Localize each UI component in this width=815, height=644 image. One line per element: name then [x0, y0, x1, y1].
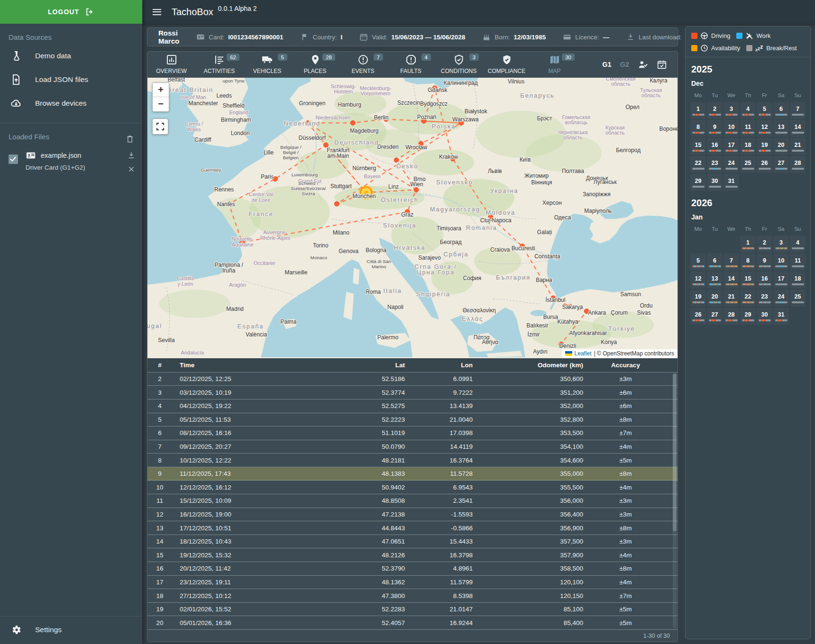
calendar-day[interactable]: 27	[707, 308, 723, 325]
route-point[interactable]	[350, 120, 355, 125]
tab-vehicles[interactable]: 5VEHICLES	[243, 52, 291, 77]
tab-faults[interactable]: 4FAULTS	[387, 52, 435, 77]
calendar-day[interactable]: 21	[790, 138, 806, 155]
calendar-day[interactable]: 13	[707, 272, 723, 289]
tab-places[interactable]: 28PLACES	[291, 52, 339, 77]
calendar-day[interactable]: 1	[690, 102, 706, 119]
remove-file-icon[interactable]	[127, 165, 136, 173]
g2-toggle[interactable]: G2	[620, 61, 629, 68]
calendar-day[interactable]: 13	[773, 120, 789, 137]
table-row[interactable]: 202/12/2025, 12:2552.51866.0991350,600±3…	[147, 372, 678, 386]
download-file-icon[interactable]	[127, 151, 136, 160]
loaded-file-item[interactable]: example.json Driver Card (G1+G2)	[0, 144, 142, 178]
table-row[interactable]: 1519/12/2025, 15:3248.212616.3798357,900…	[147, 548, 678, 562]
calendar-day[interactable]: 22	[740, 290, 756, 307]
calendar-day[interactable]: 5	[690, 254, 706, 271]
calendar-day[interactable]: 28	[723, 308, 739, 325]
calendar-day[interactable]: 25	[740, 156, 756, 173]
calendar-day[interactable]: 11	[790, 254, 806, 271]
calendar-day[interactable]: 24	[723, 156, 739, 173]
calendar-check-icon[interactable]	[657, 59, 667, 70]
calendar-day[interactable]: 16	[707, 138, 723, 155]
table-row[interactable]: 1620/12/2025, 11:4252.37904.8961358,500±…	[147, 562, 678, 576]
calendar-day[interactable]: 31	[773, 308, 789, 325]
calendar-day[interactable]: 9	[757, 254, 772, 271]
calendar-day[interactable]: 27	[773, 156, 789, 173]
calendar-day[interactable]: 30	[757, 308, 772, 325]
calendar-day[interactable]: 15	[690, 138, 706, 155]
calendar-day[interactable]: 23	[757, 290, 772, 307]
calendar-day[interactable]: 23	[707, 156, 723, 173]
route-point[interactable]	[334, 201, 339, 206]
calendar-day[interactable]: 14	[790, 120, 806, 137]
calendar-day[interactable]: 15	[740, 272, 756, 289]
calendar-day[interactable]: 31	[723, 174, 739, 191]
table-row[interactable]: 709/12/2025, 20:2750.079014.4119354,100±…	[147, 440, 678, 454]
table-row[interactable]: 1902/01/2026, 15:5252.228321.014785,100±…	[147, 603, 678, 617]
trash-icon[interactable]	[125, 134, 135, 144]
leaflet-link[interactable]: Leaflet	[575, 350, 592, 357]
map-fullscreen-button[interactable]	[152, 118, 168, 135]
calendar-day[interactable]: 26	[690, 308, 706, 325]
tab-activities[interactable]: 62ACTIVITIES	[195, 52, 243, 77]
table-row[interactable]: 1827/12/2025, 10:1247.38008.5398120,150±…	[147, 589, 678, 603]
calendar-day[interactable]: 3	[723, 102, 739, 119]
calendar-day[interactable]: 2	[707, 102, 723, 119]
calendar-day[interactable]: 18	[790, 272, 806, 289]
calendar-day[interactable]: 26	[757, 156, 772, 173]
calendar-day[interactable]: 25	[790, 290, 806, 307]
map-zoom-out-button[interactable]: −	[153, 97, 169, 111]
calendar-day[interactable]: 7	[790, 102, 806, 119]
table-row[interactable]: 810/12/2025, 12:2248.218116.3764354,600±…	[147, 454, 678, 467]
calendar-day[interactable]: 29	[690, 174, 706, 191]
calendar-day[interactable]: 6	[773, 102, 789, 119]
calendar-day[interactable]: 20	[707, 290, 723, 307]
calendar-day[interactable]: 2	[757, 236, 772, 253]
sidebar-item-load-json-files[interactable]: Load JSON files	[0, 68, 142, 91]
calendar-day[interactable]: 9	[707, 120, 723, 137]
sidebar-item-demo-data[interactable]: Demo data	[0, 44, 142, 68]
calendar-day[interactable]: 20	[773, 138, 789, 155]
table-row[interactable]: 1012/12/2025, 16:1250.94026.9543355,500±…	[147, 481, 678, 494]
tab-overview[interactable]: OVERVIEW	[147, 52, 195, 77]
calendar-day[interactable]: 3	[773, 236, 789, 253]
calendar-day[interactable]: 12	[757, 120, 772, 137]
file-checkbox[interactable]	[9, 154, 18, 164]
table-row[interactable]: 1723/12/2025, 19:1148.136211.5799120,100…	[147, 576, 678, 590]
table-row[interactable]: 1216/12/2025, 19:0047.2138-1.5593356,400…	[147, 508, 678, 522]
g1-toggle[interactable]: G1	[602, 61, 611, 68]
calendar-day[interactable]: 18	[740, 138, 756, 155]
calendar-day[interactable]: 21	[723, 290, 739, 307]
settings-button[interactable]: Settings	[0, 617, 142, 644]
scrollbar-thumb[interactable]	[673, 373, 677, 532]
calendar-day[interactable]: 30	[707, 174, 723, 191]
table-row[interactable]: 1115/12/2025, 10:0948.85082.3541356,000±…	[147, 494, 678, 508]
calendar-day[interactable]: 5	[757, 102, 772, 119]
tab-events[interactable]: 7EVENTS	[339, 52, 387, 77]
calendar-day[interactable]: 11	[740, 120, 756, 137]
calendar-day[interactable]: 22	[690, 156, 706, 173]
calendar-day[interactable]: 16	[757, 272, 772, 289]
calendar-day[interactable]: 8	[740, 254, 756, 271]
table-scrollbar[interactable]	[673, 373, 677, 628]
table-row[interactable]: 1317/12/2025, 10:5144.8443-0.5866356,900…	[147, 521, 678, 535]
calendar-day[interactable]: 4	[790, 236, 806, 253]
calendar-day[interactable]: 28	[790, 156, 806, 173]
calendar-day[interactable]: 24	[773, 290, 789, 307]
calendar-day[interactable]: 14	[723, 272, 739, 289]
calendar-day[interactable]: 17	[773, 272, 789, 289]
menu-icon[interactable]	[151, 5, 163, 18]
calendar-day[interactable]: 29	[740, 308, 756, 325]
calendar-day[interactable]: 8	[690, 120, 706, 137]
table-row[interactable]: 911/12/2025, 17:4348.138311.5728355,000±…	[147, 467, 678, 481]
driver-check-icon[interactable]	[638, 59, 648, 70]
table-row[interactable]: 505/12/2025, 11:5352.222321.0040352,800±…	[147, 413, 678, 427]
calendar-day[interactable]: 19	[757, 138, 772, 155]
calendar-day[interactable]: 10	[773, 254, 789, 271]
table-row[interactable]: 2005/01/2026, 16:3652.405716.924485,400±…	[147, 616, 678, 630]
calendar-day[interactable]: 7	[723, 254, 739, 271]
calendar-day[interactable]: 12	[690, 272, 706, 289]
table-row[interactable]: 1418/12/2025, 10:4347.065115.4433357,500…	[147, 535, 678, 549]
calendar-day[interactable]: 6	[707, 254, 723, 271]
map[interactable]: Belfastupon TyneGreat BritainIsle of Man…	[147, 78, 678, 358]
